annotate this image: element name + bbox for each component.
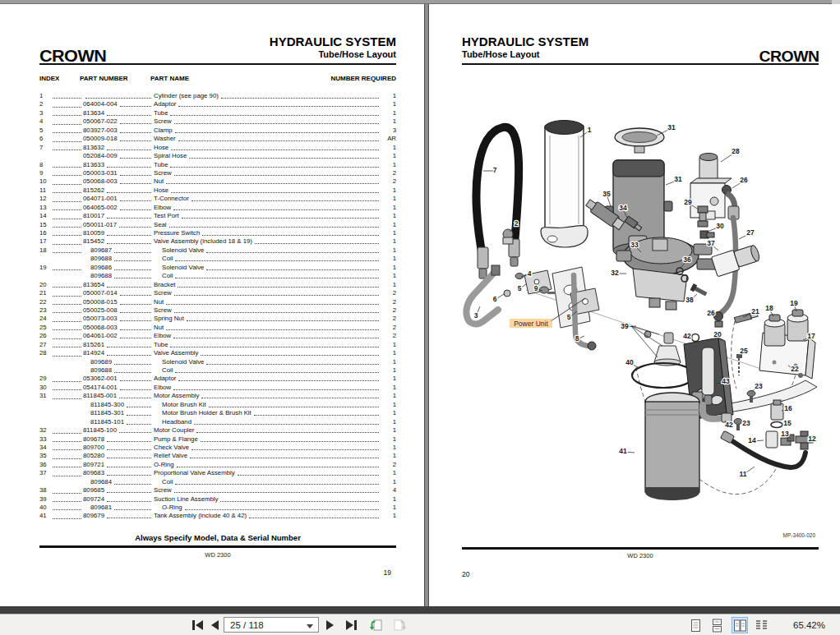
- part-row: 13064065-002Elbow1: [39, 204, 396, 212]
- callout-label: 18: [765, 304, 773, 312]
- facing-pages-view-button[interactable]: [732, 617, 748, 633]
- callout-label: 40: [625, 358, 634, 366]
- previous-view-button[interactable]: [367, 617, 386, 633]
- page-number-field: 25 / 118: [230, 620, 264, 630]
- callout-label: 5: [518, 284, 522, 292]
- callout-label: 33: [630, 241, 639, 249]
- part-row: 17815452Valve Assembly (included 18 & 19…: [39, 237, 396, 246]
- o-ring-40: [632, 363, 695, 388]
- next-view-icon: [392, 619, 407, 633]
- callout-label: 16: [784, 404, 792, 412]
- part-row: 809689Solenoid Valve1: [39, 358, 396, 366]
- callout-label: 9: [534, 284, 538, 292]
- single-page-view-button[interactable]: [687, 617, 704, 633]
- callout-label: 42: [725, 421, 733, 429]
- callout-label: 28: [732, 147, 740, 155]
- part-row: 38809685Screw4: [39, 486, 396, 495]
- col-part-name: PART NAME: [150, 75, 330, 82]
- part-row: 2064004-004Adaptor1: [39, 100, 396, 108]
- header-rule: [462, 63, 819, 65]
- previous-page-icon: [211, 620, 219, 630]
- callout-label: 35: [602, 190, 611, 198]
- callout-label: 43: [722, 377, 730, 385]
- part-row: 37809683Proportional Valve Assembly1: [39, 469, 396, 477]
- col-number-required: NUMBER REQUIRED: [330, 75, 396, 82]
- screw-25: [736, 354, 742, 375]
- callout-label: 1: [588, 126, 592, 134]
- callout-label: 26: [707, 309, 715, 317]
- part-row: 40809681O-Ring1: [39, 504, 396, 512]
- exploded-parts-diagram: Power Unit MP-3400-020 17235343131282629…: [429, 86, 830, 546]
- part-row: 41809679Tank Assembly (include 40 & 42)1: [39, 512, 396, 520]
- callout-label: 3: [474, 311, 478, 320]
- suction-line-39: [631, 326, 681, 366]
- single-page-icon: [690, 619, 702, 633]
- continuous-view-button[interactable]: [708, 617, 725, 633]
- part-row: 23050025-008Screw2: [39, 306, 396, 315]
- part-row: 10050068-003Nut2: [39, 177, 396, 186]
- parts-table-body: 1Cylinder (see page 90)12064004-004Adapt…: [39, 92, 396, 521]
- part-row: 809684Coil1: [39, 478, 396, 486]
- document-page-19: CROWN HYDRAULIC SYSTEM Tube/Hose Layout …: [0, 4, 424, 606]
- callout-label: 42: [683, 332, 691, 340]
- part-row: 26064061-002Elbow2: [39, 332, 396, 340]
- callout-label: 5: [567, 313, 571, 321]
- callout-label: 32: [611, 269, 619, 277]
- part-row: 24050073-003Spring Nut2: [39, 315, 396, 323]
- parts-table-header: INDEX PART NUMBER PART NAME NUMBER REQUI…: [39, 75, 396, 82]
- header-rule: [39, 63, 396, 65]
- continuous-facing-icon: [755, 619, 768, 633]
- footer-rule: [39, 545, 396, 548]
- part-row: 28814924Valve Assembly1: [39, 349, 396, 357]
- last-page-button[interactable]: [344, 617, 360, 633]
- adaptor-2: [503, 229, 513, 244]
- footer-rule: [462, 547, 819, 550]
- callout-label: 4: [528, 269, 532, 278]
- part-row: 30054174-001Elbow1: [39, 384, 396, 392]
- page-number-dropdown[interactable]: 25 / 118: [224, 617, 319, 633]
- col-part-number: PART NUMBER: [80, 75, 150, 82]
- continuous-facing-view-button[interactable]: [753, 617, 769, 633]
- page-subtitle: Tube/Hose Layout: [462, 49, 540, 59]
- part-row: 15050011-017Seal1: [39, 221, 396, 229]
- part-row: 811845-300Motor Brush Kit1: [39, 401, 396, 409]
- document-page-20: HYDRAULIC SYSTEM Tube/Hose Layout CROWN: [429, 4, 840, 606]
- elbow-30: [700, 231, 714, 238]
- callout-label: 15: [783, 419, 792, 427]
- next-page-button[interactable]: [324, 617, 336, 633]
- last-page-icon: [346, 620, 353, 630]
- part-row: 11815262Hose1: [39, 186, 396, 195]
- callout-label: 19: [790, 299, 798, 307]
- elbow-26b: [714, 312, 723, 328]
- zoom-level[interactable]: 65.42%: [793, 620, 825, 630]
- callout-label: 6: [493, 295, 497, 303]
- callout-label: 7: [493, 166, 497, 174]
- model-label: WD 2300: [39, 551, 396, 559]
- callout-label: 34: [619, 204, 627, 212]
- callout-label: 25: [740, 347, 748, 355]
- part-row: 36809721O-Ring2: [39, 461, 396, 469]
- page-number: 19: [384, 568, 391, 577]
- document-area-bottom: [0, 606, 840, 614]
- col-index: INDEX: [39, 75, 80, 82]
- power-unit-label: Power Unit: [514, 320, 548, 328]
- first-page-button[interactable]: [189, 617, 205, 633]
- page-title: HYDRAULIC SYSTEM: [462, 35, 588, 48]
- callout-label: 21: [751, 307, 759, 315]
- part-row: 4050067-022Screw1: [39, 117, 396, 126]
- footer-note: Always Specify Model, Data & Serial Numb…: [39, 533, 396, 542]
- part-row: 33809678Pump & Flange1: [39, 435, 396, 444]
- tank-41: [645, 392, 703, 500]
- part-row: 8813633Tube1: [39, 161, 396, 169]
- previous-view-icon: [369, 619, 384, 633]
- part-row: 1Cylinder (see page 90)1: [39, 92, 396, 100]
- next-view-button[interactable]: [390, 617, 409, 633]
- part-row: 29053062-001Adaptor1: [39, 375, 396, 383]
- part-row: 811845-301Motor Brush Holder & Brush Kit…: [39, 409, 396, 417]
- part-row: 3813634Tube1: [39, 109, 396, 117]
- part-row: 18809687Solenoid Valve1: [39, 246, 396, 255]
- callout-label: 17: [807, 332, 815, 340]
- part-row: 22050008-015Nut2: [39, 298, 396, 306]
- previous-page-button[interactable]: [209, 617, 221, 633]
- chevron-down-icon: [307, 624, 313, 628]
